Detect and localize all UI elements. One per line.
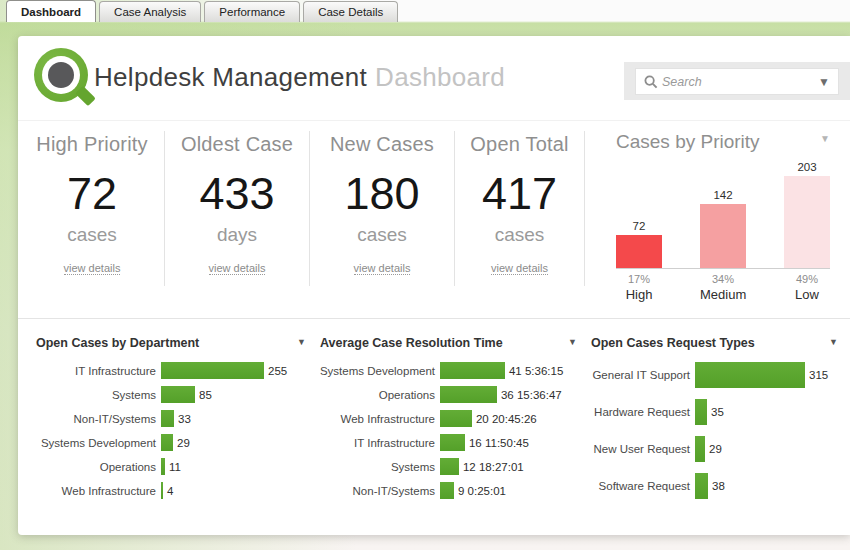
bar-category-label: Systems xyxy=(312,461,440,473)
bar-percent-label: 49% xyxy=(784,273,830,285)
chart-title: Open Cases by Department xyxy=(28,336,312,350)
chart-row: Web Infrastructure20 20:45:26 xyxy=(312,410,583,427)
bar-category-label: Medium xyxy=(700,287,746,302)
header-divider xyxy=(18,120,850,121)
bar-value-label: 41 5:36:15 xyxy=(509,365,563,377)
chart-rows: General IT Support315Hardware Request35N… xyxy=(583,362,850,499)
bar-non-it-systems[interactable] xyxy=(161,410,174,427)
kpi-unit: cases xyxy=(310,224,454,246)
bar-it-infrastructure[interactable] xyxy=(161,362,264,379)
kpi-unit: cases xyxy=(20,224,164,246)
bar-web-infrastructure[interactable] xyxy=(440,410,472,427)
dashboard-sheet: Helpdesk ManagementDashboard Search ▼ Hi… xyxy=(18,36,850,535)
search-dropdown-icon[interactable]: ▼ xyxy=(818,75,830,89)
chart-row: Systems85 xyxy=(28,386,312,403)
priority-bar-low[interactable] xyxy=(784,176,830,268)
bar-category-label: Low xyxy=(784,287,830,302)
chart-rows: Systems Development41 5:36:15Operations3… xyxy=(312,362,583,499)
bar-value-label: 29 xyxy=(177,437,190,449)
priority-bar-medium[interactable] xyxy=(700,204,746,268)
bar-value-label: 85 xyxy=(199,389,212,401)
priority-bar-high[interactable] xyxy=(616,235,662,268)
bar-new-user-request[interactable] xyxy=(695,436,705,462)
bar-value-label: 9 0:25:01 xyxy=(458,485,506,497)
chart-row: Systems12 18:27:01 xyxy=(312,458,583,475)
bar-category-label: Hardware Request xyxy=(583,406,695,418)
priority-axis-labels: 17%High34%Medium49%Low xyxy=(616,273,830,302)
chart-title: Average Case Resolution Time xyxy=(312,336,583,350)
chart-row: Software Request38 xyxy=(583,473,850,499)
kpi-oldest-case: Oldest Case 433 days view details xyxy=(165,131,310,286)
bar-non-it-systems[interactable] xyxy=(440,482,454,499)
bar-value-label: 203 xyxy=(797,161,816,173)
search-icon xyxy=(644,75,658,89)
bar-systems[interactable] xyxy=(440,458,459,475)
chart-rows: IT Infrastructure255Systems85Non-IT/Syst… xyxy=(28,362,312,499)
bar-value-label: 29 xyxy=(709,443,722,455)
bar-category-label: Operations xyxy=(28,461,161,473)
kpi-unit: cases xyxy=(455,224,584,246)
chart-average-case-resolution-time: Average Case Resolution Time ▼ Systems D… xyxy=(312,336,583,510)
chart-cases-by-priority: Cases by Priority ▼ 72142203 17%High34%M… xyxy=(598,131,844,316)
bar-value-label: 33 xyxy=(178,413,191,425)
bar-category-label: New User Request xyxy=(583,443,695,455)
bar-percent-label: 34% xyxy=(700,273,746,285)
chart-menu-caret-icon[interactable]: ▼ xyxy=(820,133,830,144)
bar-value-label: 35 xyxy=(711,406,724,418)
chart-menu-caret-icon[interactable]: ▼ xyxy=(568,337,577,347)
bar-systems[interactable] xyxy=(161,386,195,403)
bar-systems-development[interactable] xyxy=(440,362,505,379)
chart-row: IT Infrastructure255 xyxy=(28,362,312,379)
chart-row: Non-IT/Systems9 0:25:01 xyxy=(312,482,583,499)
kpi-value: 433 xyxy=(165,168,309,220)
view-details-link[interactable]: view details xyxy=(491,262,548,275)
kpi-value: 72 xyxy=(20,168,164,220)
bar-category-label: Systems xyxy=(28,389,161,401)
kpi-open-total: Open Total 417 cases view details xyxy=(455,131,585,286)
bar-web-infrastructure[interactable] xyxy=(161,482,163,499)
bar-operations[interactable] xyxy=(440,386,497,403)
page-title: Helpdesk ManagementDashboard xyxy=(94,62,505,93)
bar-value-label: 72 xyxy=(633,220,646,232)
search-placeholder: Search xyxy=(662,75,818,89)
bar-software-request[interactable] xyxy=(695,473,708,499)
bar-category-label: Systems Development xyxy=(28,437,161,449)
chart-row: IT Infrastructure16 11:50:45 xyxy=(312,434,583,451)
view-details-link[interactable]: view details xyxy=(64,262,121,275)
kpi-new-cases: New Cases 180 cases view details xyxy=(310,131,455,286)
bar-value-label: 36 15:36:47 xyxy=(501,389,562,401)
qlik-logo-icon xyxy=(34,48,88,102)
chart-menu-caret-icon[interactable]: ▼ xyxy=(297,337,306,347)
bar-value-label: 16 11:50:45 xyxy=(469,437,529,449)
kpi-label: High Priority xyxy=(20,133,164,156)
kpi-label: Oldest Case xyxy=(165,133,309,156)
bar-category-label: IT Infrastructure xyxy=(312,437,440,449)
kpi-row: High Priority 72 cases view details Olde… xyxy=(20,131,585,286)
chart-menu-caret-icon[interactable]: ▼ xyxy=(829,337,838,347)
bar-value-label: 38 xyxy=(712,480,725,492)
chart-title: Cases by Priority xyxy=(598,131,844,153)
chart-open-cases-by-department: Open Cases by Department ▼ IT Infrastruc… xyxy=(28,336,312,510)
chart-row: New User Request29 xyxy=(583,436,850,462)
bar-it-infrastructure[interactable] xyxy=(440,434,465,451)
view-details-link[interactable]: view details xyxy=(209,262,266,275)
tab-performance[interactable]: Performance xyxy=(204,1,300,22)
chart-row: Hardware Request35 xyxy=(583,399,850,425)
search-input[interactable]: Search ▼ xyxy=(635,68,839,95)
bar-systems-development[interactable] xyxy=(161,434,173,451)
chart-row: Web Infrastructure4 xyxy=(28,482,312,499)
bar-general-it-support[interactable] xyxy=(695,362,805,388)
tab-case-details[interactable]: Case Details xyxy=(303,1,398,22)
bar-value-label: 315 xyxy=(809,369,828,381)
view-details-link[interactable]: view details xyxy=(354,262,411,275)
chart-row: Systems Development41 5:36:15 xyxy=(312,362,583,379)
bar-operations[interactable] xyxy=(161,458,165,475)
bar-value-label: 4 xyxy=(167,485,173,497)
tab-dashboard[interactable]: Dashboard xyxy=(6,0,96,22)
bar-value-label: 20 20:45:26 xyxy=(476,413,537,425)
app-title: Helpdesk Management xyxy=(94,62,367,92)
tab-case-analysis[interactable]: Case Analysis xyxy=(99,1,201,22)
bar-value-label: 11 xyxy=(169,461,181,473)
bar-category-label: Systems Development xyxy=(312,365,440,377)
bar-hardware-request[interactable] xyxy=(695,399,707,425)
